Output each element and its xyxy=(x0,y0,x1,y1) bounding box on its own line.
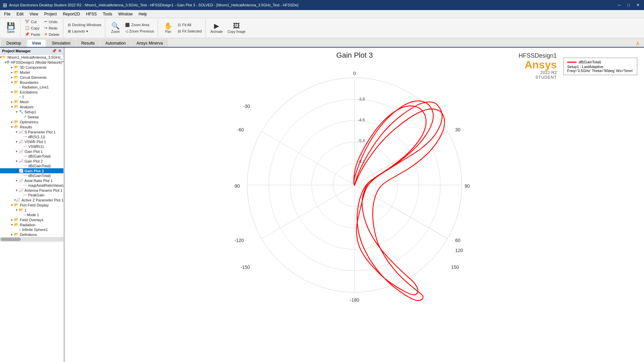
tree-item[interactable]: 〰VSWR(1) xyxy=(0,144,63,149)
tree-item[interactable]: ○1 xyxy=(0,95,63,99)
menu-tools[interactable]: Tools xyxy=(100,11,115,17)
tree-item[interactable]: ▾📂Results xyxy=(0,124,63,129)
menu-hfss[interactable]: HFSS xyxy=(84,11,100,17)
zoom-button[interactable]: 🔍 Zoom xyxy=(108,22,123,34)
tree-expander[interactable]: ▾ xyxy=(14,208,19,212)
scrollbar-thumb[interactable] xyxy=(1,238,21,241)
maximize-button[interactable]: □ xyxy=(625,3,632,7)
tree-item[interactable]: ▾📂Analysis xyxy=(0,104,63,109)
tree-item[interactable]: 〰mag(AxialRatioValue) xyxy=(0,183,63,188)
tree-item[interactable]: ▾📈Axial Ratio Plot 1 xyxy=(0,178,63,183)
tree-item[interactable]: ▾📈S Parameter Plot 1 xyxy=(0,129,63,134)
tree-item-label: Setup1 xyxy=(24,110,36,114)
tree-expander[interactable]: ▸ xyxy=(9,100,14,104)
cut-button[interactable]: ✂️ Cut xyxy=(23,19,42,24)
tree-expander[interactable]: ▾ xyxy=(9,203,14,207)
tree-expander[interactable]: ▾ xyxy=(14,110,19,114)
zoom-area-button[interactable]: ⬛ Zoom Area xyxy=(123,22,156,28)
sidebar-close-button[interactable]: ✕ xyxy=(58,49,61,53)
minimize-button[interactable]: ─ xyxy=(616,3,623,7)
tree-expander[interactable]: ▾ xyxy=(14,159,19,163)
tree-item[interactable]: ▸📂3D Components xyxy=(0,65,63,70)
tree-item[interactable]: ○Mode 1 xyxy=(0,213,63,217)
tree-item-label: Field Overlays xyxy=(20,218,43,222)
tree-expander[interactable]: ▾ xyxy=(9,223,14,227)
tab-simulation[interactable]: Simulation xyxy=(47,39,75,47)
sidebar-scrollbar[interactable] xyxy=(0,237,63,242)
tree-item[interactable]: ▸📂Field Overlays xyxy=(0,217,63,222)
tree-expander[interactable]: ▸ xyxy=(9,65,14,69)
docking-button[interactable]: ⊟ Docking Windows xyxy=(66,22,103,28)
menu-project[interactable]: Project xyxy=(42,11,59,17)
tree-item[interactable]: 〰dB(S(1,1)) xyxy=(0,134,63,139)
tree-expander[interactable]: ▾ xyxy=(9,125,14,129)
tree-item[interactable]: 〰dB(GainTotal) xyxy=(0,154,63,159)
tree-item[interactable]: ▾📈Antenna Params Plot 1 xyxy=(0,188,63,193)
tree-item[interactable]: ▾🔧Setup1 xyxy=(0,109,63,114)
tree-item[interactable]: ▸📂Definitions xyxy=(0,232,63,237)
tree-item[interactable]: ▾📂Excitations xyxy=(0,89,63,95)
tab-results[interactable]: Results xyxy=(76,39,100,47)
tree-expander[interactable]: ▾ xyxy=(14,140,19,143)
tree-item[interactable]: 〰PeakGain xyxy=(0,193,63,197)
tree-item[interactable]: ○Infinite Sphere1 xyxy=(0,227,63,232)
tree-item[interactable]: ▸📂Circuit Elements xyxy=(0,75,63,80)
menu-window[interactable]: Window xyxy=(116,11,136,17)
tab-automation[interactable]: Automation xyxy=(100,39,131,47)
tree-item[interactable]: ▸📂Model xyxy=(0,70,63,75)
undo-button[interactable]: ↩ Undo xyxy=(43,19,61,24)
sidebar-pin-button[interactable]: 📌 xyxy=(52,49,57,53)
tree-item[interactable]: ▾⚙HFSSDesign1 (Modal Network)* xyxy=(0,60,63,65)
tree-item[interactable]: ▾📂1 xyxy=(0,207,63,213)
menu-help[interactable]: Help xyxy=(136,11,150,17)
save-button[interactable]: 💾 Save xyxy=(3,22,18,34)
tree-expander[interactable]: ▸ xyxy=(9,120,14,124)
tab-desktop[interactable]: Desktop xyxy=(1,39,26,47)
menu-view[interactable]: View xyxy=(27,11,41,17)
tree-item[interactable]: ▾📈Gain Plot 3 xyxy=(0,168,63,173)
copy-image-button[interactable]: 🖼 Copy Image xyxy=(225,22,248,34)
animate-button[interactable]: ▶ Animate xyxy=(208,22,225,34)
layouts-button[interactable]: ⊞ Layouts▾ xyxy=(66,28,103,34)
close-button[interactable]: ✕ xyxy=(635,3,641,7)
pan-button[interactable]: ✋ Pan xyxy=(161,22,175,34)
tree-expander[interactable]: ▸ xyxy=(9,218,14,222)
tree-expander[interactable]: ▾ xyxy=(9,105,14,109)
tree-expander[interactable]: ▸ xyxy=(9,70,14,74)
paste-button[interactable]: 📌 Paste xyxy=(23,32,42,37)
tree-item[interactable]: ▾📈Gain Plot 2 xyxy=(0,159,63,164)
tree-expander[interactable]: ▾ xyxy=(14,188,19,192)
tree-expander[interactable]: ▾ xyxy=(9,80,14,84)
tree-expander[interactable]: ▸ xyxy=(9,233,14,236)
copy-button[interactable]: 📋 Copy xyxy=(23,25,42,31)
tree-item[interactable]: ▾📂Boundaries xyxy=(0,80,63,85)
tree-item[interactable]: 〰dB(GainTotal) xyxy=(0,164,63,168)
tree-item[interactable]: ↗Sweep xyxy=(0,114,63,119)
tree-expander[interactable]: ▾ xyxy=(14,179,19,182)
delete-button[interactable]: ✕ Delete xyxy=(43,32,61,37)
tab-ansys-minerva[interactable]: Ansys Minerva xyxy=(131,39,168,47)
tree-expander[interactable]: ▾ xyxy=(14,169,19,173)
tree-expander[interactable]: ▾ xyxy=(14,130,19,134)
tree-item[interactable]: ▸📂Optimetrics xyxy=(0,119,63,124)
tree-item[interactable]: ▾📈VSWR Plot 1 xyxy=(0,139,63,144)
tree-item[interactable]: ▾📂Port Field Display xyxy=(0,202,63,207)
tree-item[interactable]: ○Radiation_Line1 xyxy=(0,85,63,89)
tree-expander[interactable]: ▾ xyxy=(14,149,19,153)
zoom-previous-button[interactable]: ◁ Zoom Previous xyxy=(123,28,156,34)
redo-button[interactable]: ↪ Redo xyxy=(43,25,61,31)
tree-item[interactable]: ▾📈Active Z Parameter Plot 1 xyxy=(0,197,63,202)
tree-expander[interactable]: ▸ xyxy=(9,75,14,79)
tree-expander[interactable]: ▾ xyxy=(9,90,14,94)
tree-item[interactable]: ▾📂Radiation xyxy=(0,222,63,227)
tree-item[interactable]: 〰dB(GainTotal) xyxy=(0,173,63,178)
menu-file[interactable]: File xyxy=(1,11,13,17)
tree-item[interactable]: ▾📈Gain Plot 1 xyxy=(0,149,63,154)
menu-edit[interactable]: Edit xyxy=(14,11,26,17)
tree-item[interactable]: ▸📂Mesh xyxy=(0,99,63,104)
tree-item[interactable]: ▾📁Nhom1_HelicalAntenna_3.5GHz_Test xyxy=(0,55,63,60)
tab-view[interactable]: View xyxy=(27,39,46,47)
menu-report2d[interactable]: Report2D xyxy=(60,11,83,17)
fit-selected-button[interactable]: ⊟ Fit Selected xyxy=(176,28,203,34)
fit-all-button[interactable]: ⊡ Fit All xyxy=(176,22,203,28)
